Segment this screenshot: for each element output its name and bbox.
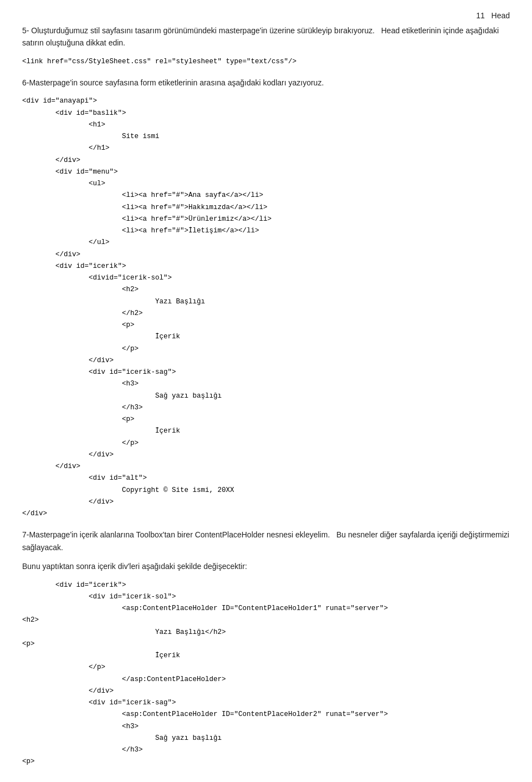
link-code-block: <link href="css/StyleSheet.css" rel="sty… <box>22 56 510 68</box>
page-label: Head <box>492 11 510 20</box>
code-block-2-container: <div id="icerik"> <div id="icerik-sol"> … <box>22 580 510 768</box>
section6-label: 6-Masterpage'in source sayfasına form et… <box>22 77 510 89</box>
section7-paragraph2: Bunu yaptıktan sonra içerik div'leri aşa… <box>22 560 510 572</box>
section7-paragraph: 7-Masterpage'in içerik alanlarına Toolbo… <box>22 529 510 554</box>
page-number-area: 11 Head <box>476 11 510 20</box>
link-code: <link href="css/StyleSheet.css" rel="sty… <box>22 56 510 68</box>
intro-paragraph: 5- Oluşturduğumuz stil sayfasını tasarım… <box>22 24 510 49</box>
code-block-1-text: <div id="anayapi"> <div id="baslik"> <h1… <box>22 97 272 517</box>
code-block-2: <div id="icerik"> <div id="icerik-sol"> … <box>22 580 510 768</box>
page-header: 11 Head <box>22 11 510 20</box>
code-block-2-text: <div id="icerik"> <div id="icerik-sol"> … <box>22 581 388 766</box>
code-block-1: <div id="anayapi"> <div id="baslik"> <h1… <box>22 95 510 520</box>
code-block-1-container: <div id="anayapi"> <div id="baslik"> <h1… <box>22 95 510 520</box>
page-number: 11 <box>476 11 485 20</box>
